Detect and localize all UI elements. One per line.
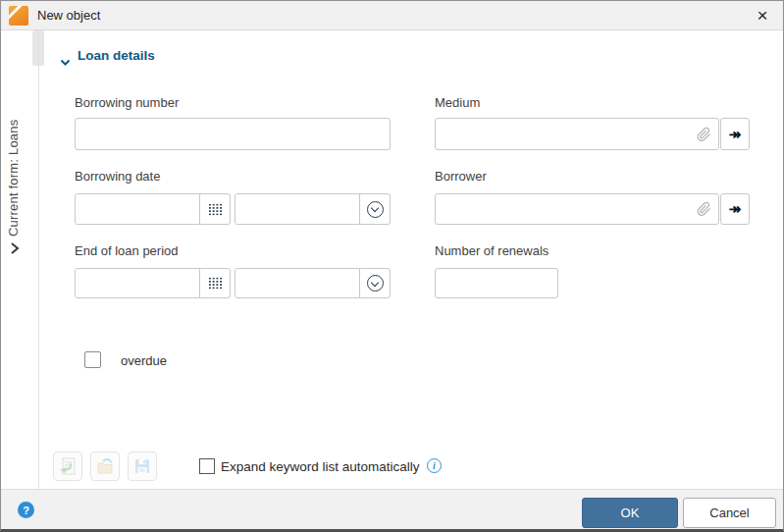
window-title: New object	[37, 8, 100, 23]
footer-bar: ? OK Cancel	[1, 489, 783, 530]
overdue-label: overdue	[121, 353, 167, 368]
apply-keyword-form-icon	[58, 456, 78, 476]
end-date-input[interactable]	[76, 269, 199, 297]
calendar-icon	[208, 277, 223, 290]
renewals-label: Number of renewals	[435, 243, 549, 258]
ok-button[interactable]: OK	[582, 498, 678, 528]
sidebar-expand-chevron-icon[interactable]	[10, 239, 26, 257]
end-time-group	[235, 268, 391, 298]
paperclip-icon	[697, 127, 711, 141]
medium-input[interactable]	[435, 118, 719, 150]
open-folder-button[interactable]	[90, 452, 120, 481]
medium-goto-button[interactable]: ↠	[720, 118, 750, 150]
overdue-checkbox[interactable]	[84, 351, 101, 368]
borrower-goto-button[interactable]: ↠	[720, 193, 750, 225]
cancel-button[interactable]: Cancel	[683, 498, 776, 528]
close-icon[interactable]: ×	[748, 1, 777, 30]
borrower-input[interactable]	[435, 193, 719, 225]
borrowing-date-picker-button[interactable]	[199, 194, 230, 224]
borrower-field	[435, 193, 719, 225]
borrowing-time-group	[235, 193, 391, 225]
section-collapse-chevron-icon[interactable]	[60, 53, 71, 71]
sidebar-divider	[38, 30, 39, 489]
medium-field	[435, 118, 719, 150]
new-object-dialog: New object × Current form: Loans Loan de…	[0, 0, 784, 532]
save-icon	[132, 456, 152, 476]
apply-keyword-form-button[interactable]	[53, 452, 82, 481]
borrowing-date-label: Borrowing date	[75, 169, 160, 184]
calendar-icon	[208, 203, 223, 216]
borrower-label: Borrower	[435, 169, 487, 184]
end-date-picker-button[interactable]	[199, 269, 230, 297]
goto-arrow-icon: ↠	[729, 200, 742, 218]
end-time-picker-button[interactable]	[359, 269, 390, 297]
end-time-input[interactable]	[235, 269, 359, 297]
save-keywords-button[interactable]	[128, 452, 157, 481]
clock-icon	[367, 201, 384, 218]
end-date-group	[75, 268, 231, 298]
section-title[interactable]: Loan details	[78, 48, 155, 63]
expand-keyword-label: Expand keyword list automatically	[221, 459, 420, 474]
clock-icon	[367, 275, 384, 292]
borrowing-time-picker-button[interactable]	[359, 194, 390, 224]
expand-keyword-checkbox[interactable]	[199, 458, 215, 474]
borrowing-number-input[interactable]	[75, 118, 391, 150]
goto-arrow-icon: ↠	[729, 126, 742, 143]
borrowing-number-label: Borrowing number	[75, 95, 179, 110]
borrowing-date-group	[75, 193, 231, 225]
paperclip-icon	[697, 202, 711, 217]
medium-label: Medium	[435, 95, 480, 110]
open-folder-icon	[95, 456, 115, 476]
title-bar: New object ×	[1, 1, 783, 30]
current-form-label: Current form: Loans	[6, 58, 21, 237]
end-of-loan-label: End of loan period	[75, 243, 179, 258]
help-icon[interactable]: ?	[18, 502, 34, 518]
info-icon[interactable]: i	[427, 458, 442, 473]
elo-logo-icon	[9, 6, 28, 26]
borrowing-date-input[interactable]	[76, 194, 199, 224]
renewals-input[interactable]	[435, 268, 558, 298]
borrowing-time-input[interactable]	[235, 194, 359, 224]
